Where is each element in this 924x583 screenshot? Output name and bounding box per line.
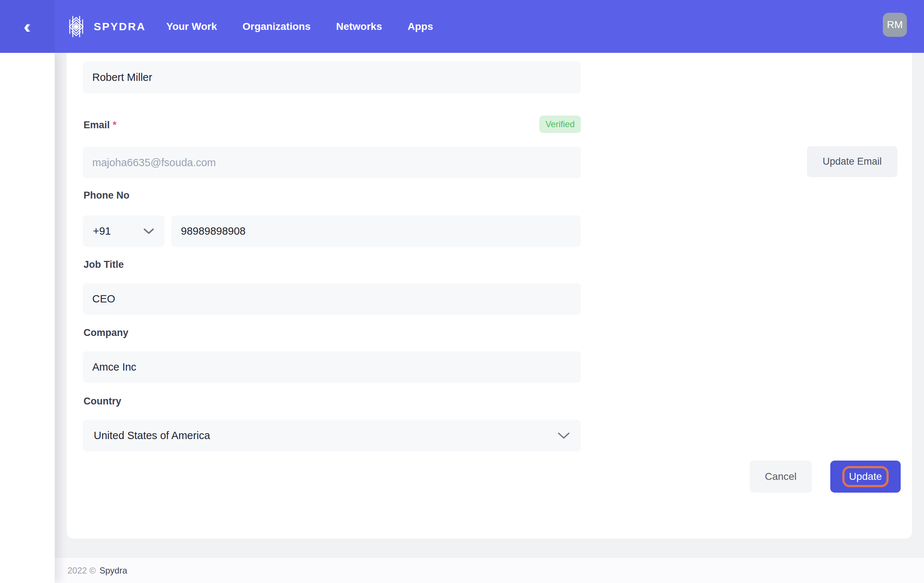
nav-organizations[interactable]: Organizations xyxy=(243,21,311,33)
brand-name: SPYDRA xyxy=(94,20,146,33)
main-content-area: Email* Verified Update Email Phone No +9… xyxy=(55,53,924,583)
verified-badge: Verified xyxy=(539,115,581,133)
phone-label: Phone No xyxy=(84,190,129,201)
update-button[interactable]: Update xyxy=(830,461,901,492)
nav-your-work[interactable]: Your Work xyxy=(166,21,217,33)
country-code-dropdown[interactable]: +91 xyxy=(83,215,165,247)
country-label: Country xyxy=(84,396,121,407)
company-input[interactable] xyxy=(83,351,581,383)
required-asterisk: * xyxy=(113,120,117,130)
nav-networks[interactable]: Networks xyxy=(336,21,382,33)
collapsed-sidebar xyxy=(0,53,55,583)
chevron-down-icon xyxy=(143,228,154,235)
country-code-value: +91 xyxy=(93,225,111,237)
email-label: Email* xyxy=(84,120,117,131)
update-email-button[interactable]: Update Email xyxy=(807,146,898,177)
spydra-logo-icon xyxy=(67,15,86,38)
double-chevron-left-icon: ‹ ‹ xyxy=(24,17,31,36)
copyright-brand: Spydra xyxy=(99,565,127,576)
email-input[interactable] xyxy=(83,147,581,178)
top-navbar: ‹ ‹ SPYDRA Your Work Organizations Netwo… xyxy=(0,0,924,53)
phone-input[interactable] xyxy=(172,215,581,247)
copyright-year: 2022 © xyxy=(68,565,96,576)
page-footer: 2022 © Spydra xyxy=(55,558,924,583)
focus-ring: Update xyxy=(842,466,888,487)
name-input[interactable] xyxy=(83,61,581,93)
job-title-label: Job Title xyxy=(84,259,124,270)
country-value: United States of America xyxy=(94,430,210,441)
chevron-down-icon xyxy=(558,432,570,440)
job-title-input[interactable] xyxy=(83,283,581,315)
country-dropdown[interactable]: United States of America xyxy=(83,420,581,451)
nav-apps[interactable]: Apps xyxy=(408,21,433,33)
user-avatar[interactable]: RM xyxy=(883,13,907,37)
brand-logo[interactable]: SPYDRA xyxy=(67,15,146,38)
company-label: Company xyxy=(84,327,128,339)
main-nav: Your Work Organizations Networks Apps xyxy=(166,21,433,33)
cancel-button[interactable]: Cancel xyxy=(750,461,812,492)
profile-form-card: Email* Verified Update Email Phone No +9… xyxy=(67,53,912,539)
collapse-sidebar-button[interactable]: ‹ ‹ xyxy=(0,0,55,53)
